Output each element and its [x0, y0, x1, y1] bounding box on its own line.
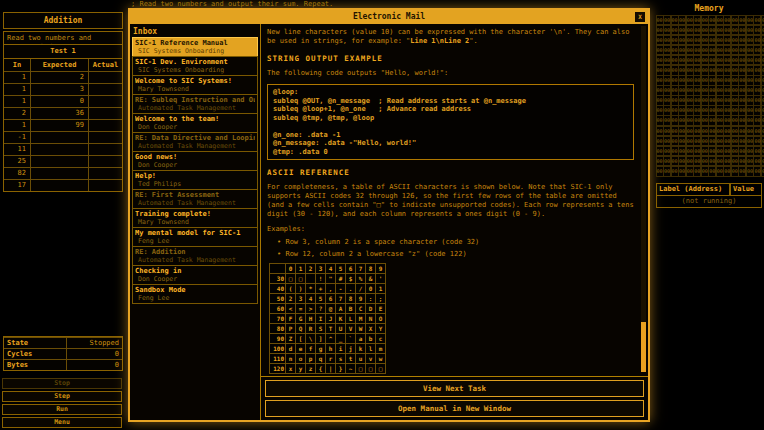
- cell-actual: [88, 167, 122, 179]
- ascii-cell: r: [326, 354, 336, 364]
- ascii-cell: 5: [316, 294, 326, 304]
- inbox-item[interactable]: RE: Subleq Instruction and OutputAutomat…: [132, 94, 258, 114]
- view-next-task-button[interactable]: View Next Task: [265, 380, 644, 397]
- task-title: Addition: [3, 12, 123, 29]
- label-table-empty-row: (not running): [656, 195, 762, 208]
- col-header-expected: Expected: [30, 59, 88, 71]
- mail-scrollbar[interactable]: [641, 26, 646, 372]
- cell-expected: 0: [30, 95, 88, 107]
- inbox-item[interactable]: RE: Data Directive and LoopingAutomated …: [132, 132, 258, 152]
- mail-content-column: New line characters (value 10) can be ex…: [261, 24, 648, 420]
- ascii-row-label: 50: [270, 294, 286, 304]
- ascii-cell: ?: [316, 304, 326, 314]
- inbox-item[interactable]: SIC-1 Reference ManualSIC Systems Onboar…: [132, 37, 258, 57]
- test-row: 236: [4, 107, 122, 119]
- inbox-item[interactable]: RE: AdditionAutomated Task Management: [132, 246, 258, 266]
- memory-grid: 0000000000000000000000000000000000000000…: [656, 15, 762, 177]
- ascii-cell: U: [336, 324, 346, 334]
- inbox-item[interactable]: Sandbox ModeFeng Lee: [132, 284, 258, 304]
- cell-in: 11: [4, 143, 30, 155]
- ascii-cell: Z: [286, 334, 296, 344]
- inbox-item[interactable]: SIC-1 Dev. EnvironmentSIC Systems Onboar…: [132, 56, 258, 76]
- ascii-col-header: 2: [306, 264, 316, 274]
- inbox-item[interactable]: Training complete!Mary Townsend: [132, 208, 258, 228]
- ascii-col-header: 9: [376, 264, 386, 274]
- inbox-item[interactable]: Help!Ted Philips: [132, 170, 258, 190]
- cell-in: 1: [4, 83, 30, 95]
- inbox-item-sender: Mary Townsend: [135, 218, 255, 226]
- mail-scrollbar-thumb[interactable]: [641, 322, 646, 372]
- inbox-item[interactable]: Welcome to SIC Systems!Mary Townsend: [132, 75, 258, 95]
- test-row: 12: [4, 71, 122, 83]
- ascii-cell: <: [286, 304, 296, 314]
- inbox-item-sender: Don Cooper: [135, 161, 255, 169]
- code-line: @loop:: [273, 88, 628, 97]
- memory-panel: Memory 000000000000000000000000000000000…: [656, 0, 762, 430]
- inbox-item-sender: Automated Task Management: [135, 104, 255, 112]
- ascii-cell: |: [326, 364, 336, 374]
- run-button[interactable]: Run: [2, 404, 122, 415]
- ascii-cell: K: [336, 314, 346, 324]
- sic1-ide: Addition Read two numbers and output the…: [0, 0, 764, 430]
- ascii-cell: □: [366, 364, 376, 374]
- examples-label: Examples:: [267, 225, 634, 234]
- ascii-row: 5023456789:;: [270, 294, 386, 304]
- ascii-cell: >: [306, 304, 316, 314]
- cell-actual: [88, 143, 122, 155]
- ascii-cell: [306, 274, 316, 284]
- inbox-item[interactable]: Welcome to the team!Don Cooper: [132, 113, 258, 133]
- mail-footer: View Next Task Open Manual in New Window: [261, 376, 648, 420]
- stop-button[interactable]: Stop: [2, 378, 122, 389]
- ascii-cell: Q: [296, 324, 306, 334]
- cell-actual: [88, 119, 122, 131]
- inbox-item-title: Welcome to SIC Systems!: [135, 77, 255, 85]
- ascii-col-header: 7: [356, 264, 366, 274]
- cell-actual: [88, 131, 122, 143]
- ascii-cell: :: [366, 294, 376, 304]
- ascii-cell: #: [336, 274, 346, 284]
- ascii-cell: c: [376, 334, 386, 344]
- status-value: 0: [66, 359, 122, 370]
- cell-in: -1: [4, 131, 30, 143]
- test-table-rows: 121310236199-111258217: [4, 71, 122, 191]
- ascii-cell: ): [296, 284, 306, 294]
- inbox-item[interactable]: My mental model for SIC-1Feng Lee: [132, 227, 258, 247]
- cell-expected: 36: [30, 107, 88, 119]
- ascii-cell: 7: [336, 294, 346, 304]
- inbox-item[interactable]: Checking inDon Cooper: [132, 265, 258, 285]
- ascii-cell: %: [356, 274, 366, 284]
- paragraph-ascii: For completeness, a table of ASCII chara…: [267, 183, 634, 219]
- inbox-item-title: Help!: [135, 172, 255, 180]
- ascii-cell: u: [356, 354, 366, 364]
- ascii-cell: G: [296, 314, 306, 324]
- code-line: @n_message: .data -"Hello, world!": [273, 139, 628, 148]
- inbox-item[interactable]: Good news!Don Cooper: [132, 151, 258, 171]
- ascii-cell: z: [306, 364, 316, 374]
- mail-titlebar: Electronic Mail X: [130, 10, 648, 24]
- step-button[interactable]: Step: [2, 391, 122, 402]
- test-row: 17: [4, 179, 122, 191]
- close-icon[interactable]: X: [635, 12, 645, 22]
- paragraph-newline: New line characters (value 10) can be ex…: [267, 28, 634, 46]
- open-manual-button[interactable]: Open Manual in New Window: [265, 400, 644, 417]
- cell-in: 2: [4, 107, 30, 119]
- code-line: subleq @tmp, @tmp, @loop: [273, 114, 628, 123]
- code-line: subleq @loop+1, @n_one ; Advance read ad…: [273, 105, 628, 114]
- ascii-cell: □: [376, 364, 386, 374]
- ascii-cell: ,: [326, 284, 336, 294]
- ascii-cell: .: [346, 284, 356, 294]
- inbox-item-title: SIC-1 Reference Manual: [135, 39, 255, 47]
- status-label: Bytes: [4, 359, 66, 370]
- inbox-item-title: RE: First Assessment: [135, 191, 255, 199]
- col-header-in: In: [4, 59, 30, 71]
- ascii-cell: 4: [306, 294, 316, 304]
- menu-button[interactable]: Menu: [2, 417, 122, 428]
- inbox-item-title: SIC-1 Dev. Environment: [135, 58, 255, 66]
- ascii-cell: -: [336, 284, 346, 294]
- inbox-item[interactable]: RE: First AssessmentAutomated Task Manag…: [132, 189, 258, 209]
- cell-in: 17: [4, 179, 30, 191]
- test-table-title: Test 1: [4, 45, 122, 59]
- inbox-item-sender: Feng Lee: [135, 237, 255, 245]
- code-example-block: @loop:subleq @OUT, @n_message ; Read add…: [267, 84, 634, 160]
- test-row: 25: [4, 155, 122, 167]
